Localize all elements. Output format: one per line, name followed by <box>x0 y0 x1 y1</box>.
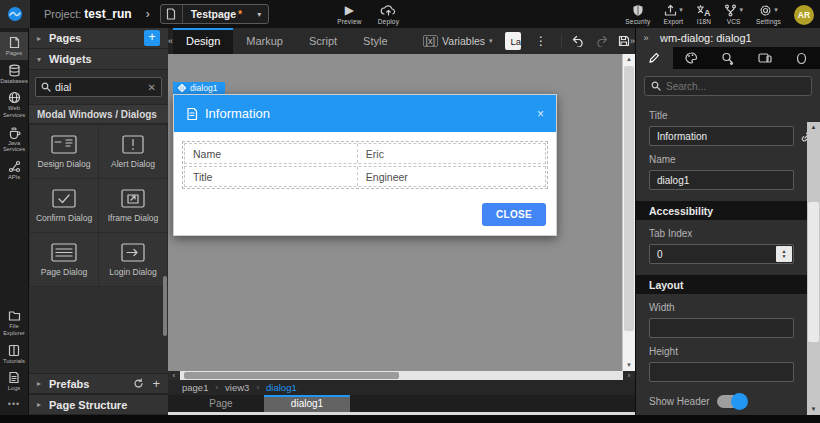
scroll-up-icon[interactable]: ▲ <box>807 122 820 133</box>
dialog-header: Information × <box>174 95 556 132</box>
show-header-toggle[interactable] <box>717 395 747 408</box>
cloud-upload-icon <box>380 3 397 17</box>
canvas-vertical-scrollbar[interactable]: ▲ ▼ <box>622 54 635 371</box>
sidebar-item-pages[interactable]: Pages <box>0 32 28 60</box>
i18n-button[interactable]: A I18N <box>696 3 711 25</box>
properties-scrollbar[interactable]: ▲ ▼ <box>807 122 820 415</box>
sidebar-item-databases[interactable]: Databases <box>0 60 28 88</box>
tab-events[interactable] <box>710 47 747 69</box>
table-row[interactable]: Name Eric <box>184 143 546 164</box>
tab-device[interactable] <box>746 47 783 69</box>
dialog-footer: CLOSE <box>174 193 556 235</box>
breadcrumb-view3[interactable]: view3 <box>225 382 249 393</box>
scroll-left-icon[interactable]: ‹ <box>168 372 180 379</box>
sidebar-item-logs[interactable]: Logs <box>0 367 28 395</box>
page-structure-section-header[interactable]: ▸ Page Structure <box>29 394 168 415</box>
branch-icon <box>724 4 737 17</box>
step-down-icon[interactable]: ▼ <box>782 254 787 259</box>
width-field[interactable] <box>649 318 794 338</box>
widget-tiles-grid: Design Dialog Alert Dialog Confirm Dialo… <box>29 124 168 287</box>
breadcrumb-separator: › <box>215 383 218 392</box>
sidebar-item-tutorials[interactable]: Tutorials <box>0 340 28 368</box>
vcs-button[interactable]: ▾ VCS <box>724 3 743 25</box>
tab-dialog1[interactable]: dialog1 <box>264 395 350 412</box>
tab-design[interactable]: Design <box>173 28 233 54</box>
scrollbar-thumb[interactable] <box>624 66 634 331</box>
scroll-down-icon[interactable]: ▼ <box>623 360 635 371</box>
title-field[interactable] <box>649 126 794 146</box>
canvas-horizontal-scrollbar[interactable]: ‹ › <box>168 371 635 380</box>
more-options-icon[interactable]: ⋮ <box>531 34 551 48</box>
name-field[interactable] <box>649 170 794 190</box>
tab-script[interactable]: Script <box>296 28 350 54</box>
deploy-button[interactable]: Deploy <box>378 3 399 25</box>
tab-styles[interactable] <box>673 47 710 69</box>
add-page-button[interactable]: + <box>144 30 160 46</box>
app-logo[interactable] <box>0 0 30 28</box>
rail-more-button[interactable]: ••• <box>0 395 28 415</box>
left-panel-scrollbar[interactable] <box>163 276 167 336</box>
scroll-right-icon[interactable]: › <box>623 372 635 379</box>
tab-security[interactable] <box>783 47 820 69</box>
pages-section-header[interactable]: ▸ Pages + <box>29 28 168 49</box>
tabindex-field[interactable] <box>649 244 794 264</box>
dialog-close-icon[interactable]: × <box>537 107 544 121</box>
tab-style[interactable]: Style <box>350 28 400 54</box>
widget-design-dialog[interactable]: Design Dialog <box>30 125 98 178</box>
section-layout[interactable]: Layout <box>636 275 820 294</box>
breadcrumb-page1[interactable]: page1 <box>182 382 208 393</box>
widget-page-dialog[interactable]: Page Dialog <box>30 233 98 286</box>
widget-alert-dialog[interactable]: Alert Dialog <box>99 125 167 178</box>
save-button[interactable] <box>618 35 630 47</box>
scrollbar-thumb[interactable] <box>184 372 399 379</box>
settings-button[interactable]: ▾ Settings <box>756 3 781 25</box>
number-stepper[interactable]: ▲▼ <box>776 246 792 262</box>
chevron-down-icon: ▾ <box>489 37 493 45</box>
design-canvas[interactable]: dialog1 Information × Name Eric <box>168 54 635 371</box>
widget-login-dialog[interactable]: Login Dialog <box>99 233 167 286</box>
breadcrumb-separator: › <box>256 383 259 392</box>
tab-markup[interactable]: Markup <box>233 28 296 54</box>
widget-confirm-dialog[interactable]: Confirm Dialog <box>30 179 98 232</box>
clear-search-icon[interactable]: ✕ <box>148 82 156 93</box>
widget-iframe-dialog[interactable]: Iframe Dialog <box>99 179 167 232</box>
sidebar-item-web-services[interactable]: Web Services <box>0 87 28 121</box>
table-row[interactable]: Title Engineer <box>184 166 546 187</box>
toggle-knob <box>731 393 748 410</box>
sidebar-item-apis[interactable]: APIs <box>0 156 28 184</box>
export-button[interactable]: ▾ Export <box>663 3 683 25</box>
prefabs-section-header[interactable]: ▸ Prefabs + <box>29 373 168 394</box>
shield-icon <box>632 3 644 17</box>
scrollbar-track[interactable] <box>180 371 623 380</box>
scroll-up-icon[interactable]: ▲ <box>623 54 635 65</box>
tab-page[interactable]: Page <box>178 395 264 412</box>
property-search-input[interactable] <box>666 81 805 92</box>
height-field[interactable] <box>649 362 794 382</box>
user-avatar[interactable]: AR <box>794 5 814 25</box>
tab-properties[interactable] <box>636 47 673 69</box>
variables-button[interactable]: [x] Variables ▾ <box>423 35 493 47</box>
section-accessibility[interactable]: Accessibility <box>636 201 820 220</box>
widgets-section-header[interactable]: ▾ Widgets <box>29 49 168 70</box>
device-selector[interactable]: Laptop with MDPI Screen ▾ <box>505 32 521 50</box>
dialog-close-button[interactable]: CLOSE <box>482 203 546 226</box>
breadcrumb-dialog1[interactable]: dialog1 <box>266 382 297 393</box>
preview-button[interactable]: ▶ Preview <box>337 3 362 25</box>
widget-search-input[interactable] <box>55 81 144 93</box>
refresh-icon[interactable] <box>133 378 144 389</box>
row-value: Eric <box>358 148 545 160</box>
dialog-preview[interactable]: Information × Name Eric Title Engineer <box>173 94 557 236</box>
sidebar-item-java-services[interactable]: Java Services <box>0 122 28 156</box>
sidebar-item-file-explorer[interactable]: File Explorer <box>0 306 28 339</box>
add-prefab-button[interactable]: + <box>152 378 160 389</box>
scrollbar-thumb[interactable] <box>808 202 819 342</box>
collapsed-triangle-icon: ▸ <box>37 400 49 409</box>
undo-button[interactable] <box>572 35 585 47</box>
page-selector-dropdown[interactable]: Testpage* ▾ <box>160 4 269 24</box>
collapse-right-panel-button[interactable]: » <box>640 33 652 43</box>
unsaved-indicator: * <box>238 8 242 20</box>
pencil-icon <box>648 52 660 64</box>
scroll-down-icon[interactable]: ▼ <box>807 404 820 415</box>
security-button[interactable]: Security <box>625 3 650 25</box>
redo-button[interactable] <box>595 35 608 47</box>
